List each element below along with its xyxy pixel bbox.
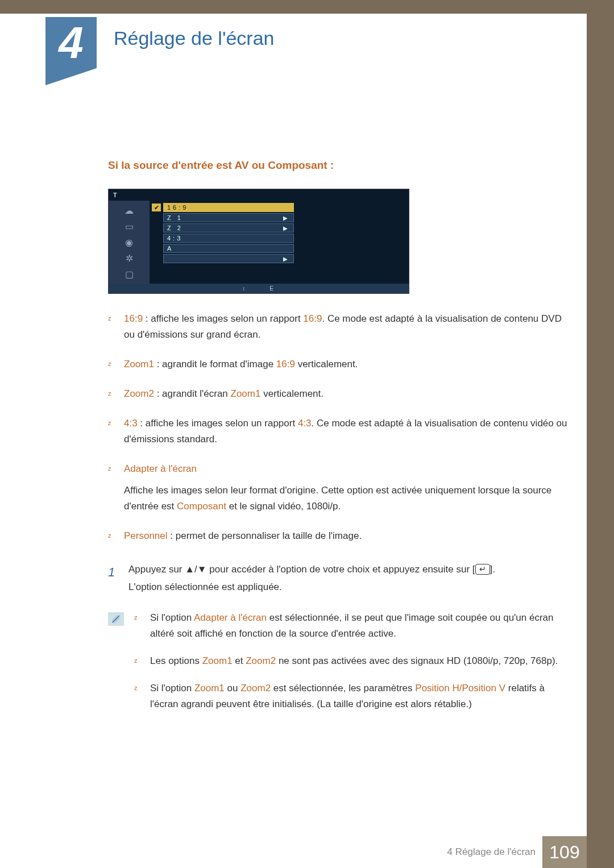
osd-row-zoom1: Z 1▶ <box>152 213 406 222</box>
osd-footer: ↕ E <box>109 284 409 293</box>
chevron-right-icon: ▶ <box>283 256 290 262</box>
footer-chapter-label: 4 Réglage de l'écran <box>447 846 536 858</box>
chevron-right-icon: ▶ <box>283 225 290 231</box>
chapter-badge-tail <box>45 68 97 85</box>
osd-row-4-3: 4:3 <box>152 234 406 243</box>
osd-options: ✔ 16:9 Z 1▶ Z 2▶ 4:3 <box>150 201 409 284</box>
chevron-right-icon: ▶ <box>283 215 290 221</box>
mode-zoom2: Zoom2 : agrandit l'écran Zoom1 verticale… <box>108 386 569 402</box>
mode-zoom1: Zoom1 : agrandit le format d'image 16:9 … <box>108 356 569 372</box>
mode-list: 16:9 : affiche les images selon un rappo… <box>108 311 569 544</box>
step-1: 1 Appuyez sur ▲/▼ pour accéder à l'optio… <box>108 561 569 596</box>
page-content: Si la source d'entrée est AV ou Composan… <box>108 102 569 724</box>
osd-sidebar: ☁ ▭ ◉ ✲ ▢ <box>109 201 150 284</box>
osd-row-zoom2: Z 2▶ <box>152 223 406 232</box>
cloud-icon: ☁ <box>122 204 136 217</box>
osd-row-adapter: A <box>152 244 406 253</box>
osd-title: T <box>109 189 409 201</box>
note-block: Si l'option Adapter à l'écran est sélect… <box>108 610 569 724</box>
check-icon: ✔ <box>152 203 161 211</box>
gear-icon: ✲ <box>122 252 136 264</box>
mode-16-9: 16:9 : affiche les images selon un rappo… <box>108 311 569 343</box>
chapter-badge: 4 <box>45 17 97 68</box>
section-heading: Si la source d'entrée est AV ou Composan… <box>108 159 569 172</box>
osd-row-16-9: ✔ 16:9 <box>152 203 406 212</box>
right-banner <box>587 0 614 868</box>
notes-list: Si l'option Adapter à l'écran est sélect… <box>134 610 569 724</box>
step-text: Appuyez sur ▲/▼ pour accéder à l'option … <box>128 561 495 596</box>
enter-key-icon: ↵ <box>475 564 490 575</box>
chapter-title: Réglage de l'écran <box>114 27 274 49</box>
picture-icon: ▭ <box>122 220 136 232</box>
top-banner <box>0 0 614 14</box>
chapter-number: 4 <box>59 20 83 65</box>
mode-adapter: Adapter à l'écran Affiche les images sel… <box>108 461 569 514</box>
mode-4-3: 4:3 : affiche les images selon un rappor… <box>108 416 569 447</box>
page-number: 109 <box>542 836 587 868</box>
note-icon <box>108 612 124 626</box>
monitor-icon: ▢ <box>122 268 136 280</box>
osd-row-personnel: ▶ <box>152 254 406 263</box>
osd-screenshot: T ☁ ▭ ◉ ✲ ▢ ✔ 16:9 Z 1▶ <box>108 189 409 294</box>
osd-field: 16:9 <box>163 203 294 212</box>
step-number: 1 <box>108 561 118 596</box>
globe-icon: ◉ <box>122 236 136 248</box>
mode-personnel: Personnel : permet de personnaliser la t… <box>108 528 569 544</box>
note-item: Si l'option Adapter à l'écran est sélect… <box>134 610 569 642</box>
page-footer: 4 Réglage de l'écran 109 <box>447 836 587 868</box>
note-item: Les options Zoom1 et Zoom2 ne sont pas a… <box>134 653 569 669</box>
note-item: Si l'option Zoom1 ou Zoom2 est sélection… <box>134 680 569 712</box>
osd-body: ☁ ▭ ◉ ✲ ▢ ✔ 16:9 Z 1▶ Z 2▶ <box>109 201 409 284</box>
